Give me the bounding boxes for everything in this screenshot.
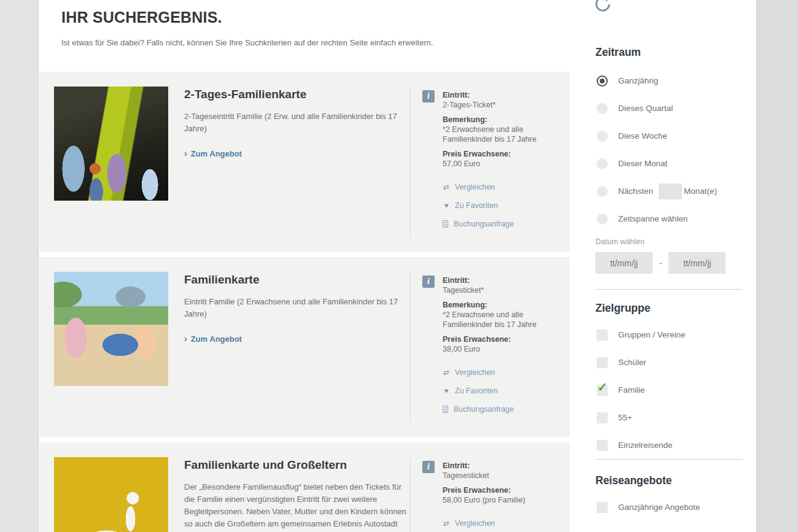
preis-value: 58,00 Euro (pro Familie): [443, 496, 525, 504]
bemerkung-label: Bemerkung:: [443, 115, 558, 125]
result-title: 2-Tages-Familienkarte: [184, 88, 406, 101]
sidebar-divider: [595, 289, 743, 290]
reiseangebote-options: Ganzjährige Angebote: [595, 493, 743, 521]
checkbox-icon[interactable]: [597, 412, 608, 423]
radio-selected-icon[interactable]: [597, 75, 608, 87]
chevron-right-icon: ›: [184, 334, 187, 344]
eintritt-label: Eintritt:: [443, 461, 558, 471]
checkbox-icon[interactable]: [597, 502, 608, 513]
page-left-margin: [0, 0, 39, 532]
compare-link[interactable]: ⇄ Vergleichen: [443, 519, 558, 528]
card-actions: ⇄ Vergleichen ♥ Zu Favoriten Buchungsanf…: [443, 368, 558, 414]
info-body: Eintritt: Tagesticket* Bemerkung: *2 Erw…: [443, 276, 558, 423]
preis-label: Preis Erwachsene:: [443, 149, 558, 159]
info-row-preis: Preis Erwachsene: 57,00 Euro: [443, 149, 558, 169]
preis-label: Preis Erwachsene:: [443, 334, 558, 344]
option-label: Einzelreisende: [618, 441, 673, 450]
chevron-right-icon: ›: [184, 148, 187, 158]
offer-link[interactable]: ›Zum Angebot: [184, 148, 406, 158]
zielgruppe-option[interactable]: Gruppen / Vereine: [595, 321, 743, 349]
document-icon: [443, 220, 448, 228]
date-to-input[interactable]: [668, 252, 726, 274]
info-icon: i: [422, 276, 435, 288]
date-range-row: -: [595, 252, 743, 274]
zeitraum-option[interactable]: Zeitspanne wählen: [595, 205, 743, 233]
radio-icon[interactable]: [597, 103, 608, 114]
zeitraum-option[interactable]: Ganzjährig: [595, 67, 743, 94]
document-icon: [443, 406, 448, 413]
zielgruppe-option[interactable]: 55+: [595, 404, 743, 431]
compare-link[interactable]: ⇄ Vergleichen: [443, 182, 558, 192]
checkbox-icon[interactable]: [597, 330, 608, 341]
zielgruppe-option[interactable]: ✓Familie: [595, 376, 743, 404]
search-results-main: IHR SUCHERGEBNIS. Ist etwas für Sie dabe…: [39, 0, 570, 532]
zeitraum-option[interactable]: Dieser Monat: [595, 150, 743, 177]
option-label: Familie: [618, 385, 645, 395]
favorites-label: Zu Favoriten: [455, 201, 498, 210]
result-card: Familienkarte und Großeltern Der „Besond…: [39, 442, 570, 532]
date-range-separator: -: [659, 258, 662, 268]
option-label: Dieses Quartal: [618, 104, 673, 113]
zielgruppe-heading: Zielgruppe: [595, 302, 743, 315]
result-photo[interactable]: [54, 87, 168, 201]
zeitraum-options: GanzjährigDieses QuartalDiese WocheDiese…: [595, 67, 743, 233]
booking-request-link[interactable]: Buchungsanfrage: [443, 219, 558, 229]
zeitraum-option[interactable]: NächstenMonat(e): [595, 177, 743, 205]
result-photo[interactable]: [54, 457, 168, 532]
reiseangebote-option[interactable]: Ganzjährige Angebote: [595, 493, 743, 521]
radio-icon[interactable]: [597, 131, 608, 142]
preis-value: 38,00 Euro: [443, 345, 480, 353]
date-from-input[interactable]: [595, 252, 653, 274]
result-card: 2-Tages-Familienkarte 2-Tageseintritt Fa…: [39, 72, 570, 252]
reiseangebote-heading: Reiseangebote: [595, 474, 743, 487]
result-card: Familienkarte Eintritt Familie (2 Erwach…: [39, 257, 570, 438]
radio-icon[interactable]: [597, 158, 608, 169]
zielgruppe-option[interactable]: Schüler: [595, 349, 743, 376]
checkbox-icon[interactable]: [597, 357, 608, 368]
refresh-icon[interactable]: [594, 0, 612, 15]
favorites-label: Zu Favoriten: [455, 386, 498, 396]
compare-arrows-icon: ⇄: [443, 368, 450, 377]
eintritt-value: Tagesesticket: [443, 471, 489, 480]
radio-icon[interactable]: [597, 214, 608, 225]
result-info-panel: i Eintritt: 2-Tages-Ticket* Bemerkung: *…: [411, 87, 558, 237]
zeitraum-option[interactable]: Diese Woche: [595, 122, 743, 150]
compare-link[interactable]: ⇄ Vergleichen: [443, 368, 558, 377]
info-body: Eintritt: 2-Tages-Ticket* Bemerkung: *2 …: [443, 90, 558, 237]
booking-request-link[interactable]: Buchungsanfrage: [443, 404, 558, 414]
check-icon: ✓: [597, 380, 608, 395]
option-label-suffix: Monat(e): [684, 187, 717, 196]
checkbox-icon[interactable]: [597, 440, 608, 451]
option-label: Ganzjährig: [618, 76, 658, 85]
preis-value: 57,00 Euro: [443, 160, 480, 168]
bemerkung-value: *2 Erwachsene und alle Familienkinder bi…: [443, 310, 537, 329]
booking-label: Buchungsanfrage: [454, 404, 514, 414]
months-count-input[interactable]: [659, 183, 682, 199]
result-photo[interactable]: [54, 272, 168, 386]
info-icon: i: [422, 461, 435, 473]
checkbox-checked-icon[interactable]: ✓: [597, 385, 608, 396]
favorites-link[interactable]: ♥ Zu Favoriten: [443, 386, 558, 396]
eintritt-label: Eintritt:: [443, 276, 558, 285]
option-label: Schüler: [618, 358, 646, 367]
radio-icon[interactable]: [597, 186, 608, 197]
filter-sidebar: Zeitraum GanzjährigDieses QuartalDiese W…: [595, 0, 743, 521]
option-label: Dieser Monat: [618, 159, 667, 168]
option-label: Zeitspanne wählen: [618, 214, 688, 223]
favorites-link[interactable]: ♥ Zu Favoriten: [443, 201, 558, 210]
offer-link[interactable]: ›Zum Angebot: [184, 334, 406, 344]
result-title: Familienkarte und Großeltern: [184, 458, 406, 472]
result-info-panel: i Eintritt: Tagesesticket Preis Erwachse…: [411, 457, 558, 532]
result-card-body: Familienkarte und Großeltern Der „Besond…: [184, 457, 406, 532]
info-row-eintritt: Eintritt: Tagesticket*: [443, 276, 558, 295]
zeitraum-option[interactable]: Dieses Quartal: [595, 94, 743, 122]
compare-arrows-icon: ⇄: [443, 519, 450, 528]
info-body: Eintritt: Tagesesticket Preis Erwachsene…: [443, 461, 558, 532]
bemerkung-value: *2 Erwachsene und alle Familienkinder bi…: [443, 125, 537, 144]
info-row-preis: Preis Erwachsene: 58,00 Euro (pro Famili…: [443, 485, 558, 505]
heart-icon: ♥: [443, 201, 450, 210]
result-description: Der „Besondere Familienausflug“ bietet n…: [184, 481, 406, 532]
card-actions: ⇄ Vergleichen ♥ Zu Favoriten Buchungsanf…: [443, 519, 558, 532]
zielgruppe-option[interactable]: Einzelreisende: [595, 431, 743, 459]
results-list: 2-Tages-Familienkarte 2-Tageseintritt Fa…: [39, 72, 570, 532]
